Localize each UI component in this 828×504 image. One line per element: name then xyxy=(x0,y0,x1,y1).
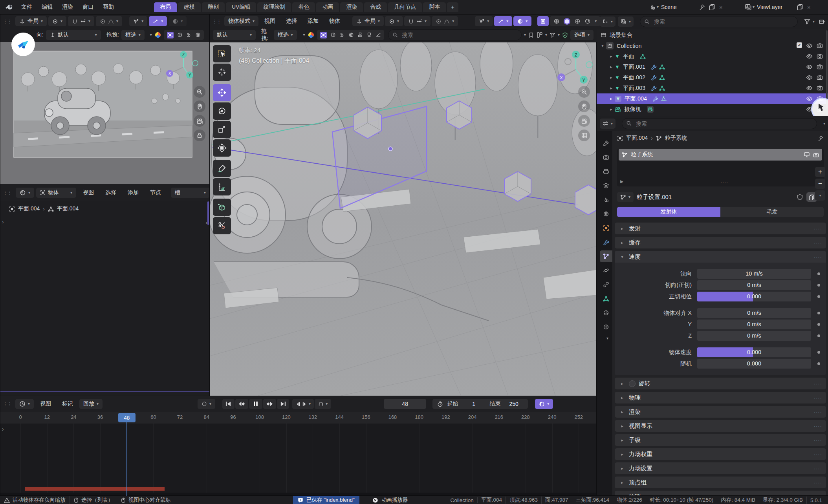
clone-icon[interactable] xyxy=(366,32,372,38)
loop-toggle[interactable]: ▾ xyxy=(315,399,331,409)
zoom-icon[interactable] xyxy=(194,86,205,98)
viewport-search[interactable] xyxy=(388,29,522,40)
viewport-menu-add[interactable]: 添加 xyxy=(303,18,323,25)
world-icon[interactable] xyxy=(348,32,354,38)
blender-logo-icon[interactable] xyxy=(5,3,13,11)
av-sync-toggle[interactable]: ▾ xyxy=(535,399,553,409)
menu-render[interactable]: 渲染 xyxy=(57,4,78,11)
section-velocity-header[interactable]: ▾速度···· xyxy=(615,251,826,263)
tool-cursor[interactable] xyxy=(213,64,231,81)
sphere-half-icon[interactable] xyxy=(177,32,183,38)
xray-toggle[interactable]: ▾ xyxy=(513,16,531,26)
pan-hand-icon[interactable] xyxy=(194,100,205,112)
pin-icon[interactable] xyxy=(817,135,824,141)
tab-particles-active[interactable] xyxy=(600,250,612,262)
zoom-icon[interactable] xyxy=(578,86,590,98)
tab-overflow-icon[interactable]: ▾ xyxy=(606,336,608,340)
tab-constraints[interactable] xyxy=(600,279,612,290)
tab-compositing[interactable]: 合成 xyxy=(364,2,387,12)
tool-transform[interactable] xyxy=(213,139,231,157)
shader-type-dropdown[interactable]: 物体▾ xyxy=(36,188,76,198)
layout-split-icon[interactable] xyxy=(537,32,543,38)
section-viewport-display[interactable]: ▸视图显示···· xyxy=(615,420,826,432)
breadcrumb-particle-system[interactable]: 粒子系统 xyxy=(665,135,687,142)
camera-toggle-icon[interactable] xyxy=(817,85,823,91)
viewport-menu-object[interactable]: 物体 xyxy=(324,18,345,25)
breadcrumb-object[interactable]: 平面.004 xyxy=(626,135,648,142)
playhead-line[interactable] xyxy=(126,421,127,496)
tab-tool[interactable] xyxy=(600,137,612,149)
orientation-dropdown[interactable]: 全局▾ xyxy=(352,16,384,26)
tab-world[interactable] xyxy=(600,208,612,220)
tab-scene[interactable] xyxy=(600,194,612,206)
jump-to-start-button[interactable] xyxy=(222,399,234,409)
timeline-editor-dropdown[interactable]: ▾ xyxy=(15,399,34,409)
tab-animation[interactable]: 动画 xyxy=(316,2,339,12)
world-icon[interactable] xyxy=(195,32,201,38)
eye-icon[interactable] xyxy=(806,74,813,81)
section-rotation[interactable]: ▸旋转···· xyxy=(615,378,826,389)
ortho-grid-icon[interactable] xyxy=(578,130,590,141)
section-vertex-groups[interactable]: ▸顶点组···· xyxy=(615,477,826,488)
left-snap-dropdown[interactable]: ▾ xyxy=(68,16,94,26)
stopwatch-icon[interactable] xyxy=(437,401,443,407)
object-velocity-slider[interactable]: 0.000 xyxy=(697,347,811,357)
shield-check-icon[interactable] xyxy=(562,32,568,38)
animate-dot[interactable] xyxy=(817,323,820,326)
tangent-input[interactable]: 0 m/s xyxy=(697,280,811,290)
stamp-icon[interactable] xyxy=(357,32,363,38)
jump-to-end-button[interactable] xyxy=(277,399,289,409)
section-emission[interactable]: ▸发射···· xyxy=(615,223,826,234)
filter-icon[interactable] xyxy=(550,32,555,38)
tab-sculpt[interactable]: 雕刻 xyxy=(202,2,225,12)
tool-move[interactable] xyxy=(213,84,231,101)
channel-expand-icon[interactable]: › xyxy=(2,426,4,432)
shader-editor-canvas[interactable]: 平面.004 › 平面.004 › ‹ xyxy=(0,201,210,396)
tool-select-box[interactable] xyxy=(213,45,231,62)
lock-view-icon[interactable] xyxy=(194,130,205,141)
tool-measure[interactable] xyxy=(213,178,231,195)
eye-icon[interactable] xyxy=(806,95,813,102)
shading-solid-icon[interactable] xyxy=(564,18,570,25)
outliner-item-plane-001[interactable]: ▸▼ 平面.001 xyxy=(597,62,828,72)
unlink-scene-icon[interactable]: × xyxy=(719,4,723,11)
outliner-item-plane-004-selected[interactable]: ▸ ▼ 平面.004 xyxy=(597,93,828,104)
left-tool-preset-dropdown[interactable]: 默认▾ xyxy=(46,30,101,40)
section-physics[interactable]: ▸物理···· xyxy=(615,392,826,404)
tab-hair[interactable]: 毛发 xyxy=(720,207,824,217)
remove-viewlayer-icon[interactable]: × xyxy=(807,4,811,11)
left-orientation-dropdown[interactable]: 全局▾ xyxy=(15,16,47,26)
tab-modifiers[interactable] xyxy=(600,236,612,248)
tab-material[interactable] xyxy=(600,307,612,319)
gizmo-dropdown[interactable]: ▾ xyxy=(475,16,493,26)
add-workspace-button[interactable]: + xyxy=(447,2,458,12)
new-scene-icon[interactable] xyxy=(709,4,715,10)
properties-options-icon[interactable]: ▾ xyxy=(823,122,825,126)
tab-rendering[interactable]: 渲染 xyxy=(340,2,363,12)
particle-system-item-selected[interactable]: 粒子系统 xyxy=(619,149,822,161)
falloff-icon[interactable] xyxy=(376,32,381,38)
monitor-icon[interactable] xyxy=(804,152,810,158)
drag-grip-icon[interactable]: ⋮⋮ xyxy=(210,18,223,24)
left-overlays-toggle[interactable]: ▾ xyxy=(149,16,167,26)
tab-modeling[interactable]: 建模 xyxy=(178,2,201,12)
pin-icon[interactable] xyxy=(699,4,705,10)
tab-shading[interactable]: 着色 xyxy=(292,2,315,12)
left-drag-mode-dropdown[interactable]: 框选▾ xyxy=(121,30,145,40)
color-wheel-icon[interactable] xyxy=(308,31,315,38)
camera-toggle-icon[interactable] xyxy=(817,64,823,70)
mode-dropdown[interactable]: 物体模式▾ xyxy=(224,16,258,26)
viewlayer-name[interactable]: ViewLayer xyxy=(757,4,797,10)
particle-settings-name[interactable]: 粒子设置.001 xyxy=(637,194,672,201)
pan-hand-icon[interactable] xyxy=(578,100,590,112)
normal-input[interactable]: 10 m/s xyxy=(697,269,811,279)
timeline-menu-view[interactable]: 视图 xyxy=(35,400,56,407)
settings-browse-dropdown[interactable]: ▾ xyxy=(617,192,634,202)
current-frame-badge[interactable]: 48 xyxy=(118,413,136,422)
camera-view-icon[interactable] xyxy=(194,115,205,127)
slot-dropdown[interactable]: 槽▾ xyxy=(171,188,210,198)
animation-player-status[interactable]: 动画播放器 xyxy=(372,496,408,504)
tab-emitter[interactable]: 发射体 xyxy=(617,207,720,217)
section-cache[interactable]: ▸缓存···· xyxy=(615,237,826,248)
tab-layout[interactable]: 布局 xyxy=(154,2,177,12)
